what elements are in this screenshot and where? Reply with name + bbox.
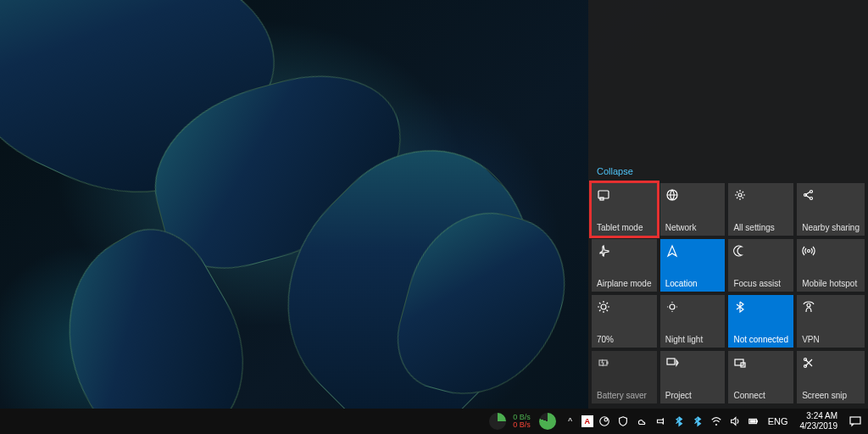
- meter-widget-1[interactable]: [489, 413, 506, 430]
- project-icon: [665, 356, 679, 370]
- sun-icon: [597, 300, 610, 314]
- quick-action-brightness[interactable]: 70%: [592, 295, 657, 348]
- language-indicator[interactable]: ENG: [765, 416, 792, 426]
- tile-label: Project: [665, 391, 721, 400]
- quick-action-night-light[interactable]: Night light: [660, 295, 726, 348]
- taskbar: 0 B/s 0 B/s ^ A ENG 3:24 AM 4/23/2019: [0, 409, 868, 434]
- volume-icon[interactable]: [727, 414, 743, 429]
- action-center-panel: Collapse Tablet modeNetworkAll settingsN…: [588, 0, 868, 409]
- quick-action-tablet-mode[interactable]: Tablet mode: [592, 183, 657, 236]
- tablet-icon: [597, 188, 610, 202]
- tile-label: Nearby sharing: [802, 223, 860, 232]
- network-meter[interactable]: 0 B/s 0 B/s: [513, 414, 531, 429]
- quick-action-network[interactable]: Network: [660, 183, 726, 236]
- connect-icon: [733, 356, 747, 370]
- bluetooth-tray-icon-2[interactable]: [690, 414, 705, 429]
- clock-date: 4/23/2019: [800, 421, 838, 431]
- svg-point-6: [810, 198, 813, 200]
- svg-rect-13: [667, 359, 675, 364]
- quick-action-focus-assist[interactable]: Focus assist: [728, 239, 793, 292]
- svg-rect-12: [607, 362, 608, 364]
- svg-point-19: [604, 419, 608, 422]
- svg-point-8: [601, 304, 606, 309]
- svg-point-9: [670, 304, 675, 309]
- svg-rect-23: [850, 417, 860, 424]
- quick-action-connect[interactable]: Connect: [728, 351, 793, 403]
- location-icon: [665, 244, 679, 258]
- vpn-icon: [802, 300, 815, 314]
- net-download: 0 B/s: [513, 421, 531, 429]
- quick-action-location[interactable]: Location: [660, 239, 726, 292]
- tray-app-icon[interactable]: A: [581, 415, 593, 427]
- tile-label: All settings: [733, 223, 788, 232]
- tray-overflow-chevron-icon[interactable]: ^: [563, 414, 578, 429]
- steam-icon[interactable]: [597, 414, 612, 429]
- globe-icon: [665, 188, 679, 202]
- tile-label: Battery saver: [597, 391, 652, 400]
- tile-label: 70%: [597, 335, 652, 344]
- quick-action-battery-saver[interactable]: Battery saver: [592, 351, 657, 403]
- tile-label: Connect: [733, 391, 788, 400]
- svg-point-18: [599, 417, 609, 426]
- clock-time: 3:24 AM: [806, 411, 837, 421]
- nightlight-icon: [665, 300, 679, 314]
- tile-label: Screen snip: [802, 391, 860, 400]
- tile-label: Not connected: [733, 335, 788, 344]
- svg-rect-22: [749, 420, 755, 423]
- moon-icon: [733, 244, 747, 258]
- collapse-link[interactable]: Collapse: [588, 161, 642, 183]
- batterysaver-icon: [597, 356, 610, 370]
- quick-action-vpn[interactable]: VPN: [797, 295, 865, 348]
- svg-point-3: [738, 193, 742, 197]
- action-center-button[interactable]: [846, 412, 865, 431]
- tile-label: Mobile hotspot: [802, 279, 860, 288]
- onedrive-icon[interactable]: [634, 414, 649, 429]
- svg-point-10: [807, 303, 810, 307]
- power-icon[interactable]: [653, 414, 668, 429]
- meter-widget-2[interactable]: [539, 413, 556, 430]
- quick-action-project[interactable]: Project: [660, 351, 726, 403]
- tile-label: Tablet mode: [597, 223, 652, 232]
- tile-label: Location: [665, 279, 721, 288]
- security-icon[interactable]: [615, 414, 631, 429]
- bluetooth-tray-icon[interactable]: [671, 414, 687, 429]
- quick-action-airplane-mode[interactable]: Airplane mode: [592, 239, 657, 292]
- tile-label: Night light: [665, 335, 721, 344]
- bluetooth-icon: [733, 300, 747, 314]
- svg-point-7: [808, 250, 810, 253]
- quick-action-screen-snip[interactable]: Screen snip: [797, 351, 865, 403]
- quick-action-bluetooth[interactable]: Not connected: [728, 295, 793, 348]
- gear-icon: [733, 188, 747, 202]
- quick-action-grid: Tablet modeNetworkAll settingsNearby sha…: [588, 183, 868, 409]
- airplane-icon: [597, 244, 610, 258]
- tile-label: VPN: [802, 335, 860, 344]
- quick-action-mobile-hotspot[interactable]: Mobile hotspot: [797, 239, 865, 292]
- tile-label: Focus assist: [733, 279, 788, 288]
- quick-action-nearby-sharing[interactable]: Nearby sharing: [797, 183, 865, 236]
- snip-icon: [802, 356, 815, 370]
- svg-point-5: [810, 191, 813, 193]
- battery-icon[interactable]: [746, 414, 761, 429]
- tile-label: Airplane mode: [597, 279, 652, 288]
- tile-label: Network: [665, 223, 721, 232]
- wifi-icon[interactable]: [709, 414, 724, 429]
- svg-rect-21: [756, 420, 757, 422]
- clock[interactable]: 3:24 AM 4/23/2019: [795, 411, 843, 431]
- hotspot-icon: [802, 244, 815, 258]
- share-icon: [802, 188, 815, 202]
- quick-action-all-settings[interactable]: All settings: [728, 183, 793, 236]
